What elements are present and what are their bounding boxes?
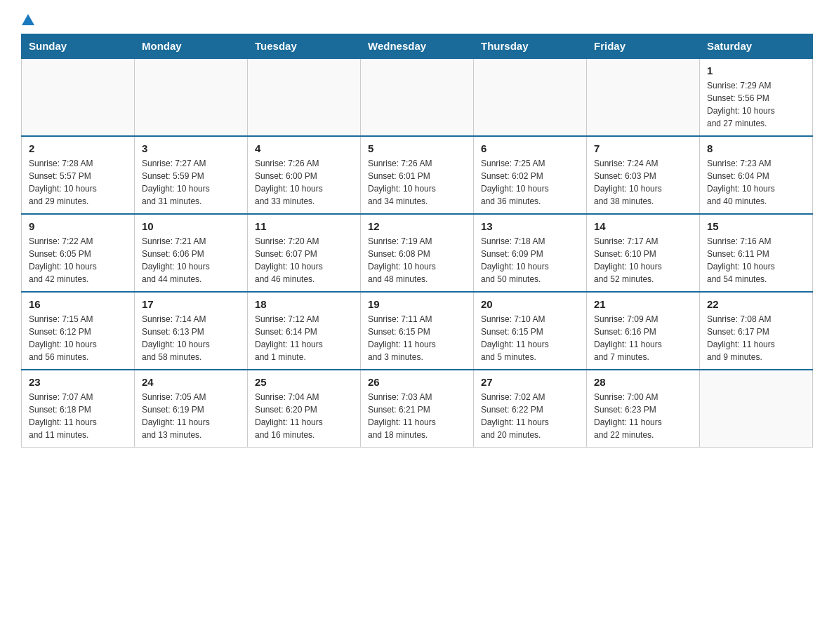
calendar-cell: 11Sunrise: 7:20 AMSunset: 6:07 PMDayligh… <box>248 214 361 292</box>
day-info: Sunrise: 7:24 AM <box>594 157 692 170</box>
calendar-cell: 22Sunrise: 7:08 AMSunset: 6:17 PMDayligh… <box>700 292 813 370</box>
day-info: and 31 minutes. <box>142 195 240 208</box>
calendar-cell: 23Sunrise: 7:07 AMSunset: 6:18 PMDayligh… <box>22 370 135 448</box>
day-info: Sunset: 6:16 PM <box>594 326 692 338</box>
day-info: and 20 minutes. <box>481 429 579 441</box>
day-info: Sunrise: 7:11 AM <box>368 313 466 326</box>
calendar-header: SundayMondayTuesdayWednesdayThursdayFrid… <box>22 34 813 59</box>
day-info: Sunset: 6:20 PM <box>255 403 353 416</box>
weekday-header-wednesday: Wednesday <box>361 34 474 59</box>
day-info: Sunrise: 7:00 AM <box>594 391 692 403</box>
calendar-cell: 28Sunrise: 7:00 AMSunset: 6:23 PMDayligh… <box>587 370 700 448</box>
day-info: Daylight: 10 hours <box>29 338 127 351</box>
day-info: Daylight: 10 hours <box>255 260 353 273</box>
day-number: 1 <box>707 65 805 76</box>
day-info: and 58 minutes. <box>142 351 240 363</box>
calendar-cell: 18Sunrise: 7:12 AMSunset: 6:14 PMDayligh… <box>248 292 361 370</box>
day-info: Sunrise: 7:04 AM <box>255 391 353 403</box>
day-number: 5 <box>368 142 466 154</box>
day-info: Sunset: 5:57 PM <box>29 170 127 182</box>
day-info: Daylight: 11 hours <box>594 416 692 429</box>
day-info: and 7 minutes. <box>594 351 692 363</box>
day-info: Daylight: 10 hours <box>142 260 240 273</box>
day-info: and 54 minutes. <box>707 273 805 286</box>
weekday-header-friday: Friday <box>587 34 700 59</box>
day-number: 7 <box>594 142 692 154</box>
calendar-cell: 17Sunrise: 7:14 AMSunset: 6:13 PMDayligh… <box>135 292 248 370</box>
calendar-cell: 15Sunrise: 7:16 AMSunset: 6:11 PMDayligh… <box>700 214 813 292</box>
day-info: Sunrise: 7:26 AM <box>255 157 353 170</box>
day-number: 28 <box>594 376 692 388</box>
day-info: and 56 minutes. <box>29 351 127 363</box>
page-header <box>21 14 813 27</box>
calendar-cell <box>135 58 248 136</box>
day-info: Daylight: 11 hours <box>707 338 805 351</box>
day-info: Sunset: 5:56 PM <box>707 92 805 105</box>
day-info: Sunset: 6:03 PM <box>594 170 692 182</box>
day-info: Daylight: 11 hours <box>255 416 353 429</box>
calendar-cell: 3Sunrise: 7:27 AMSunset: 5:59 PMDaylight… <box>135 136 248 214</box>
day-info: and 48 minutes. <box>368 273 466 286</box>
calendar-cell: 12Sunrise: 7:19 AMSunset: 6:08 PMDayligh… <box>361 214 474 292</box>
day-info: Sunrise: 7:28 AM <box>29 157 127 170</box>
day-info: Sunset: 6:05 PM <box>29 248 127 260</box>
day-info: Sunrise: 7:15 AM <box>29 313 127 326</box>
day-info: Daylight: 10 hours <box>594 182 692 195</box>
day-info: Sunrise: 7:26 AM <box>368 157 466 170</box>
day-number: 21 <box>594 298 692 310</box>
calendar-table: SundayMondayTuesdayWednesdayThursdayFrid… <box>21 34 813 448</box>
day-info: Sunrise: 7:05 AM <box>142 391 240 403</box>
day-info: Daylight: 11 hours <box>481 338 579 351</box>
day-number: 23 <box>29 376 127 388</box>
day-info: Daylight: 10 hours <box>707 182 805 195</box>
weekday-header-saturday: Saturday <box>700 34 813 59</box>
day-info: and 38 minutes. <box>594 195 692 208</box>
day-info: Sunset: 6:22 PM <box>481 403 579 416</box>
day-info: Sunset: 6:04 PM <box>707 170 805 182</box>
day-number: 27 <box>481 376 579 388</box>
day-number: 3 <box>142 142 240 154</box>
day-info: Sunrise: 7:22 AM <box>29 235 127 248</box>
calendar-cell: 7Sunrise: 7:24 AMSunset: 6:03 PMDaylight… <box>587 136 700 214</box>
calendar-cell <box>248 58 361 136</box>
calendar-cell: 13Sunrise: 7:18 AMSunset: 6:09 PMDayligh… <box>474 214 587 292</box>
calendar-cell: 19Sunrise: 7:11 AMSunset: 6:15 PMDayligh… <box>361 292 474 370</box>
day-info: Sunrise: 7:07 AM <box>29 391 127 403</box>
day-info: and 16 minutes. <box>255 429 353 441</box>
day-info: Daylight: 10 hours <box>594 260 692 273</box>
calendar-cell: 5Sunrise: 7:26 AMSunset: 6:01 PMDaylight… <box>361 136 474 214</box>
day-number: 13 <box>481 220 579 232</box>
calendar-cell: 10Sunrise: 7:21 AMSunset: 6:06 PMDayligh… <box>135 214 248 292</box>
day-number: 8 <box>707 142 805 154</box>
day-number: 17 <box>142 298 240 310</box>
day-info: Sunset: 6:13 PM <box>142 326 240 338</box>
day-info: and 40 minutes. <box>707 195 805 208</box>
day-info: Sunrise: 7:08 AM <box>707 313 805 326</box>
day-info: Sunset: 6:09 PM <box>481 248 579 260</box>
calendar-cell: 14Sunrise: 7:17 AMSunset: 6:10 PMDayligh… <box>587 214 700 292</box>
calendar-week-row: 9Sunrise: 7:22 AMSunset: 6:05 PMDaylight… <box>22 214 813 292</box>
day-info: Daylight: 11 hours <box>368 338 466 351</box>
day-info: and 9 minutes. <box>707 351 805 363</box>
day-number: 6 <box>481 142 579 154</box>
calendar-cell: 26Sunrise: 7:03 AMSunset: 6:21 PMDayligh… <box>361 370 474 448</box>
day-number: 15 <box>707 220 805 232</box>
calendar-cell: 27Sunrise: 7:02 AMSunset: 6:22 PMDayligh… <box>474 370 587 448</box>
day-info: and 44 minutes. <box>142 273 240 286</box>
day-info: Sunrise: 7:25 AM <box>481 157 579 170</box>
calendar-cell: 1Sunrise: 7:29 AMSunset: 5:56 PMDaylight… <box>700 58 813 136</box>
day-info: Daylight: 10 hours <box>481 260 579 273</box>
day-number: 9 <box>29 220 127 232</box>
day-info: and 29 minutes. <box>29 195 127 208</box>
day-info: and 50 minutes. <box>481 273 579 286</box>
calendar-week-row: 16Sunrise: 7:15 AMSunset: 6:12 PMDayligh… <box>22 292 813 370</box>
day-number: 22 <box>707 298 805 310</box>
calendar-week-row: 23Sunrise: 7:07 AMSunset: 6:18 PMDayligh… <box>22 370 813 448</box>
day-info: and 36 minutes. <box>481 195 579 208</box>
calendar-cell: 16Sunrise: 7:15 AMSunset: 6:12 PMDayligh… <box>22 292 135 370</box>
day-info: Sunrise: 7:20 AM <box>255 235 353 248</box>
day-info: and 27 minutes. <box>707 117 805 130</box>
logo <box>21 14 34 27</box>
day-info: Sunrise: 7:18 AM <box>481 235 579 248</box>
day-info: Sunset: 6:12 PM <box>29 326 127 338</box>
